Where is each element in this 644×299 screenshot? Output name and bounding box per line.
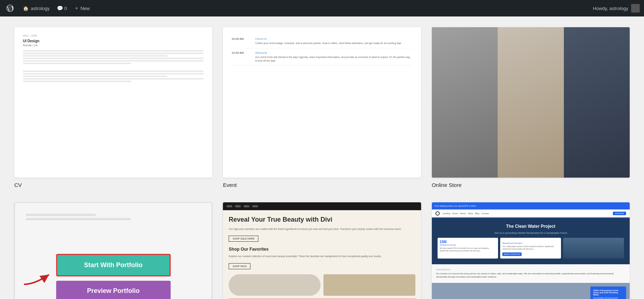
- event-time-1: 10:00 AM: [231, 37, 249, 40]
- event-desc-1: Collect your event badge, schedule, and …: [255, 42, 401, 45]
- nonprofit-nav-link: Landing: [443, 212, 450, 214]
- beauty-headline: Reveal Your True Beauty with Divi: [229, 216, 415, 224]
- cv-text-line: [23, 76, 167, 77]
- admin-bar-left: 🏠 astrology 💬 0 ＋ New: [4, 3, 593, 14]
- admin-bar-right: Howdy, astrology: [593, 4, 640, 13]
- nonprofit-nav-link: Shop: [468, 212, 473, 214]
- cv-text-line: [23, 78, 204, 79]
- nonprofit-donation-title: 100% of Donations Fund Clean and Safe Dr…: [593, 289, 623, 296]
- event-name-1: Check-In: [255, 37, 401, 40]
- beauty-subtitle: Shop Our Favorites: [229, 247, 415, 252]
- cv-text-line: [23, 55, 167, 57]
- nonprofit-logo-icon: [435, 211, 440, 216]
- template-grid: 2021 – 2026 UI Design Remote • CA: [14, 27, 630, 299]
- store-img-2: [498, 27, 564, 178]
- beauty-content: Reveal Your True Beauty with Divi Our hi…: [223, 210, 421, 299]
- portfolio-buttons-container: Start With Portfolio Preview Portfolio: [56, 254, 171, 299]
- beauty-nav-dot: [226, 205, 232, 207]
- template-card-cv: 2021 – 2026 UI Design Remote • CA: [14, 27, 212, 188]
- nonprofit-preview[interactable]: Free shipping when you spend $75 or More…: [432, 202, 630, 299]
- nonprofit-nav-link: Home: [452, 212, 458, 214]
- event-preview[interactable]: 10:00 AM Check-In Collect your event bad…: [223, 27, 421, 178]
- nonprofit-stat-text: We have raised 70% of the funds from our…: [440, 247, 496, 252]
- beauty-nav: [223, 202, 421, 210]
- comment-icon: 💬: [57, 5, 63, 11]
- store-img-1: [432, 27, 498, 178]
- beauty-preview[interactable]: Reveal Your True Beauty with Divi Our hi…: [223, 202, 421, 299]
- event-label: Event: [223, 182, 421, 188]
- cv-preview[interactable]: 2021 – 2026 UI Design Remote • CA: [14, 27, 212, 178]
- template-card-beauty: Reveal Your True Beauty with Divi Our hi…: [223, 202, 421, 299]
- nonprofit-nav-links: Landing Home About Shop Blog Contact: [443, 212, 489, 214]
- store-images: [432, 27, 630, 178]
- cv-subtitle: Remote • CA: [23, 44, 204, 47]
- store-preview[interactable]: [432, 27, 630, 178]
- cv-text-line: [23, 60, 204, 62]
- nonprofit-mission-label: OUR MISSION: [436, 269, 625, 271]
- nonprofit-nav-link: Contact: [482, 212, 489, 214]
- placeholder-bar: [26, 214, 96, 216]
- nonprofit-mission: OUR MISSION Our mission is to ensure tha…: [432, 264, 630, 283]
- cv-text-line: [23, 53, 204, 54]
- new-item[interactable]: ＋ New: [74, 5, 90, 11]
- event-time-2: 10:30 AM: [231, 51, 249, 54]
- beauty-shop-btn[interactable]: SHOP SALE HERE: [229, 236, 258, 242]
- cv-text-line: [23, 58, 204, 59]
- beauty-nav-dot: [235, 205, 241, 207]
- main-content: 2021 – 2026 UI Design Remote • CA: [0, 16, 644, 299]
- cv-text-lines: [23, 50, 204, 82]
- store-label: Online Store: [432, 182, 630, 188]
- nonprofit-nav-link: About: [460, 212, 466, 214]
- nonprofit-card-3: [563, 238, 624, 259]
- event-row-2: 10:30 AM Welcome Our event hosts will in…: [231, 48, 412, 66]
- beauty-body-text: Our high-end cosmetics are crafted with …: [229, 227, 415, 231]
- nonprofit-nav-link: Blog: [475, 212, 479, 214]
- cv-text-line: [23, 73, 204, 74]
- nonprofit-mission-text: Our mission is to ensure that every pers…: [436, 272, 625, 279]
- template-card-event: 10:00 AM Check-In Collect your event bad…: [223, 27, 421, 188]
- beauty-nav-dot: [252, 205, 258, 207]
- cv-text-line: [23, 50, 204, 52]
- portfolio-preview[interactable]: Start With Portfolio Preview Portfolio: [14, 202, 212, 299]
- template-card-portfolio: Start With Portfolio Preview Portfolio P…: [14, 202, 212, 299]
- home-icon: 🏠: [23, 6, 29, 11]
- event-desc-2: Our event hosts will introduce the day's…: [255, 56, 412, 63]
- nonprofit-donation-text: Your donation will ensure more people ga…: [593, 297, 623, 299]
- cv-text-line: [23, 63, 131, 64]
- cv-text-line: [23, 81, 131, 82]
- nonprofit-hero: The Clean Water Project Join us in promo…: [432, 218, 630, 264]
- cv-text-line: [23, 71, 204, 72]
- beauty-nav-dot: [244, 205, 249, 207]
- nonprofit-stat-number: 15M: [440, 240, 496, 244]
- template-card-store: Online Store: [432, 27, 630, 188]
- preview-portfolio-button[interactable]: Preview Portfolio: [56, 281, 171, 299]
- nonprofit-donate-btn-card[interactable]: MAKE A DONATION: [502, 252, 522, 256]
- new-label: New: [80, 6, 90, 11]
- cv-label: CV: [14, 182, 212, 188]
- nonprofit-stat-label: $ Raised for the Sea: [440, 244, 496, 246]
- nonprofit-stat2-text: Our cutting-edge research drives impactf…: [502, 245, 559, 250]
- beauty-shop-btn-2[interactable]: SHOP FAVS: [229, 263, 250, 269]
- admin-comments[interactable]: 💬 0: [57, 5, 67, 11]
- plus-icon: ＋: [74, 5, 79, 11]
- template-card-nonprofit: Free shipping when you spend $75 or More…: [432, 202, 630, 299]
- nonprofit-card-1: 15M $ Raised for the Sea We have raised …: [438, 238, 498, 259]
- cv-date-range: 2021 – 2026: [23, 34, 204, 37]
- nonprofit-donation-box: 100% of Donations Fund Clean and Safe Dr…: [590, 286, 626, 299]
- portfolio-placeholder-top: [26, 214, 201, 222]
- beauty-img-2: [323, 274, 415, 296]
- nonprofit-hero-subtitle: Join us in promoting Habitat Reclamation…: [438, 232, 624, 234]
- placeholder-bar: [26, 218, 131, 220]
- site-name-label: astrology: [31, 6, 50, 11]
- beauty-images-row: [229, 274, 415, 296]
- wordpress-logo[interactable]: [4, 3, 16, 14]
- site-name[interactable]: 🏠 astrology: [23, 6, 50, 11]
- nonprofit-card-2: Research and Innovation Our cutting-edge…: [500, 238, 561, 259]
- donate-nav-btn[interactable]: DONATE: [613, 212, 626, 215]
- start-portfolio-button[interactable]: Start With Portfolio: [56, 254, 171, 276]
- nonprofit-topbar: Free shipping when you spend $75 or More: [432, 202, 630, 209]
- nonprofit-hero-title: The Clean Water Project: [438, 224, 624, 229]
- nonprofit-stat2-label: Research and Innovation: [502, 242, 559, 244]
- store-img-3: [564, 27, 630, 178]
- admin-bar: 🏠 astrology 💬 0 ＋ New Howdy, astrology: [0, 0, 644, 16]
